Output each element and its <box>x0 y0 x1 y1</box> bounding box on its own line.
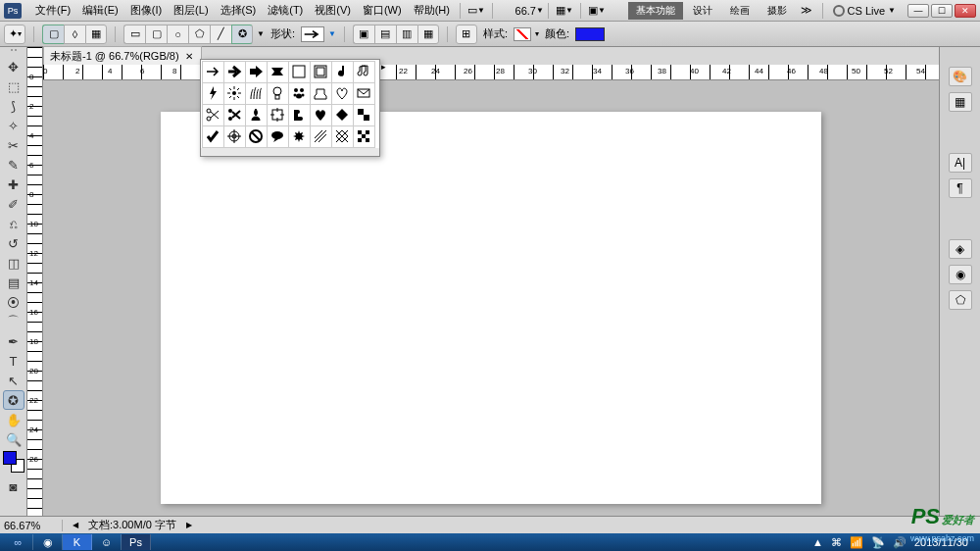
shape-heart[interactable] <box>331 82 354 105</box>
intersect-path-icon[interactable]: ▥ <box>396 25 417 44</box>
align-icon[interactable]: ⊞ <box>456 25 477 44</box>
shape-splat[interactable] <box>288 125 311 148</box>
menu-view[interactable]: 视图(V) <box>309 1 357 20</box>
picker-flyout-icon[interactable]: ▸ <box>381 62 393 72</box>
swatches-panel-icon[interactable]: ▦ <box>949 92 972 112</box>
shape-tool-icon[interactable]: ✪ <box>3 390 24 410</box>
exclude-path-icon[interactable]: ▦ <box>417 25 439 44</box>
roundrect-icon[interactable]: ▢ <box>145 25 167 44</box>
cslive-button[interactable]: CS Live▼ <box>829 5 900 17</box>
color-panel-icon[interactable]: 🎨 <box>949 67 972 86</box>
workspace-photography[interactable]: 摄影 <box>760 2 795 20</box>
shape-heart-solid[interactable] <box>310 104 332 126</box>
menu-window[interactable]: 窗口(W) <box>357 1 408 20</box>
shape-layers-icon[interactable]: ▢ <box>42 25 64 44</box>
menu-help[interactable]: 帮助(H) <box>408 1 456 20</box>
foreground-color[interactable] <box>3 451 17 465</box>
shape-registration[interactable] <box>223 125 246 148</box>
wand-tool-icon[interactable]: ✧ <box>3 116 24 135</box>
rect-icon[interactable]: ▭ <box>123 25 145 44</box>
ellipse-icon[interactable]: ○ <box>167 25 188 44</box>
status-left-icon[interactable]: ◀ <box>73 521 78 529</box>
extras-icon[interactable]: ▣▼ <box>587 3 607 19</box>
menu-layer[interactable]: 图层(L) <box>168 1 214 20</box>
shape-note2[interactable] <box>353 61 375 83</box>
type-tool-icon[interactable]: T <box>3 351 24 371</box>
path-select-icon[interactable]: ↖ <box>3 371 24 390</box>
character-panel-icon[interactable]: A| <box>949 153 972 173</box>
window-maximize-icon[interactable]: ☐ <box>931 4 953 18</box>
history-brush-icon[interactable]: ↺ <box>3 233 24 253</box>
menu-file[interactable]: 文件(F) <box>29 1 76 20</box>
brush-tool-icon[interactable]: ✐ <box>3 194 24 214</box>
shape-note[interactable] <box>331 61 354 83</box>
tab-close-icon[interactable]: ✕ <box>183 51 195 62</box>
tray-network-icon[interactable]: 📶 <box>850 536 863 549</box>
line-icon[interactable]: ╱ <box>210 25 231 44</box>
document-tab[interactable]: 未标题-1 @ 66.7%(RGB/8) ✕ <box>43 46 202 67</box>
task-start-icon[interactable]: ∞ <box>4 534 33 550</box>
arrange-icon[interactable]: ▦▼ <box>555 3 574 19</box>
task-kugou-icon[interactable]: K <box>63 534 92 550</box>
status-doc-info[interactable]: 文档:3.00M/0 字节 <box>88 518 176 532</box>
tray-bluetooth-icon[interactable]: ⌘ <box>831 536 842 549</box>
shape-arrow-block[interactable] <box>245 61 268 83</box>
style-swatch[interactable] <box>514 27 531 41</box>
canvas[interactable] <box>161 112 821 504</box>
workspace-painting[interactable]: 绘画 <box>722 2 758 20</box>
blur-tool-icon[interactable]: ⦿ <box>3 292 24 312</box>
shape-hatch[interactable] <box>310 125 332 148</box>
shape-target-sq[interactable] <box>267 104 289 126</box>
task-app-icon[interactable]: ☺ <box>92 534 122 550</box>
hand-tool-icon[interactable]: ✋ <box>3 410 24 429</box>
shape-check[interactable] <box>202 125 224 148</box>
shape-paw[interactable] <box>288 82 311 105</box>
shape-picker-chevron-icon[interactable]: ▼ <box>328 29 336 38</box>
task-chrome-icon[interactable]: ◉ <box>33 534 63 550</box>
workspace-design[interactable]: 设计 <box>685 2 720 20</box>
status-zoom[interactable]: 66.67% <box>4 520 63 531</box>
paths-icon[interactable]: ◊ <box>64 25 85 44</box>
shape-frame2[interactable] <box>310 61 332 83</box>
panel-grip-icon[interactable] <box>2 49 25 55</box>
shape-crosshatch[interactable] <box>331 125 354 148</box>
shape-options-chevron-icon[interactable]: ▼ <box>257 29 265 38</box>
eraser-tool-icon[interactable]: ◫ <box>3 253 24 273</box>
tray-volume-icon[interactable]: 🔊 <box>893 536 906 549</box>
task-photoshop-icon[interactable]: Ps <box>122 534 151 550</box>
marquee-tool-icon[interactable]: ⬚ <box>3 76 24 96</box>
shape-ribbon[interactable] <box>267 61 289 83</box>
dodge-tool-icon[interactable]: ⌒ <box>3 312 24 331</box>
shape-stamp[interactable] <box>310 82 332 105</box>
shape-lightning[interactable] <box>202 82 224 105</box>
custom-shape-icon[interactable]: ✪ <box>231 25 253 44</box>
quickmask-icon[interactable]: ◙ <box>3 476 24 496</box>
shape-envelope[interactable] <box>353 82 375 105</box>
heal-tool-icon[interactable]: ✚ <box>3 175 24 194</box>
stamp-tool-icon[interactable]: ⎌ <box>3 214 24 233</box>
color-swatches[interactable] <box>3 451 24 473</box>
lasso-tool-icon[interactable]: ⟆ <box>3 96 24 116</box>
shape-fleur[interactable] <box>245 104 268 126</box>
fill-pixels-icon[interactable]: ▦ <box>85 25 107 44</box>
shape-grass[interactable] <box>245 82 268 105</box>
color-swatch[interactable] <box>575 27 605 41</box>
shape-speech[interactable] <box>267 125 289 148</box>
paths-panel-icon[interactable]: ⬠ <box>949 290 972 310</box>
status-right-icon[interactable]: ▶ <box>186 521 192 529</box>
window-minimize-icon[interactable]: — <box>907 4 929 18</box>
workspace-essentials[interactable]: 基本功能 <box>628 2 683 20</box>
shape-diamond[interactable] <box>331 104 354 126</box>
pen-tool-icon[interactable]: ✒ <box>3 331 24 351</box>
zoom-input[interactable] <box>497 5 536 17</box>
workspace-more-icon[interactable]: ≫ <box>797 4 816 17</box>
shape-frame[interactable] <box>288 61 311 83</box>
shape-arrow-bold[interactable] <box>223 61 246 83</box>
paragraph-panel-icon[interactable]: ¶ <box>949 178 972 198</box>
zoom-tool-icon[interactable]: 🔍 <box>3 429 24 449</box>
tray-wifi-icon[interactable]: 📡 <box>871 536 885 549</box>
shape-scissors2[interactable] <box>223 104 246 126</box>
shape-burst[interactable] <box>223 82 246 105</box>
shape-checker[interactable] <box>353 125 375 148</box>
canvas-viewport[interactable] <box>43 80 939 535</box>
